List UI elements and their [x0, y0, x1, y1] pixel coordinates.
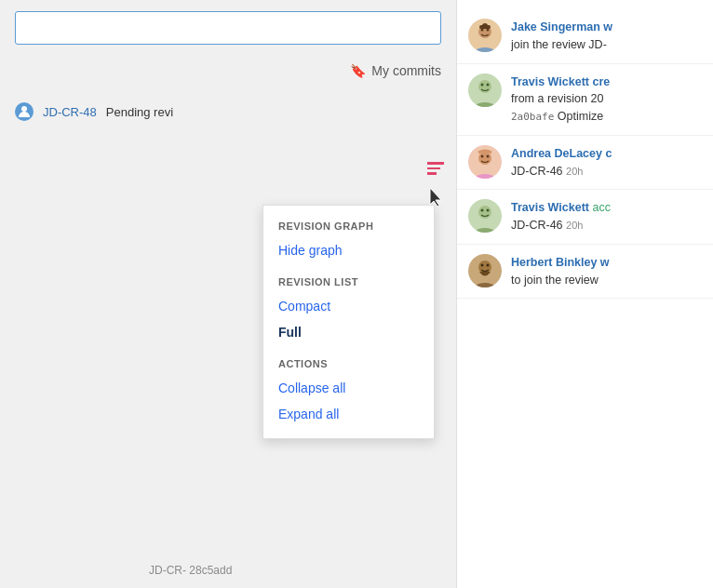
activity-item-3: Andrea DeLacey c JD-CR-46 20h [457, 136, 713, 191]
activity-action-4: JD-CR-46 20h [511, 219, 583, 232]
svg-point-18 [487, 209, 490, 212]
svg-point-21 [481, 263, 484, 266]
full-button[interactable]: Full [263, 319, 434, 345]
activity-name-2: Travis Wickett cre [511, 75, 610, 88]
activity-name-4: Travis Wickett [511, 201, 592, 214]
activity-text-3: Andrea DeLacey c JD-CR-46 20h [511, 145, 612, 180]
actions-section-label: ACTIONS [263, 354, 434, 375]
activity-action-2: from a revision 20 [511, 92, 603, 105]
activity-list: Jake Singerman w join the review JD- [457, 0, 713, 308]
activity-name-1: Jake Singerman w [511, 20, 612, 33]
revision-id-1[interactable]: JD-CR-48 [43, 105, 97, 119]
activity-item-5: Herbert Binkley w to join the review [457, 245, 713, 300]
left-panel: 🔖 My commits JD-CR-48 Pending revi [0, 0, 456, 588]
bookmark-icon: 🔖 [350, 63, 366, 78]
revision-dropdown-menu: REVISION GRAPH Hide graph REVISION LIST … [262, 205, 435, 439]
revision-graph-section-label: REVISION GRAPH [263, 217, 434, 237]
avatar-jake [468, 19, 502, 52]
svg-point-9 [481, 83, 484, 86]
graph-area: JD-CR-48 Pending revi [0, 86, 456, 138]
svg-point-22 [487, 263, 490, 266]
activity-name-3: Andrea DeLacey c [511, 147, 612, 160]
revision-status-1: Pending revi [106, 105, 173, 119]
avatar-herbert [468, 254, 502, 287]
hide-graph-button[interactable]: Hide graph [263, 237, 434, 263]
activity-action-5: to join the review [511, 274, 599, 287]
my-commits-area: 🔖 My commits [0, 56, 456, 86]
avatar-travis-1 [468, 74, 502, 107]
right-panel: Jake Singerman w join the review JD- [456, 0, 713, 588]
activity-green-4: acc [592, 201, 610, 214]
activity-revtext-2: Optimize [558, 110, 603, 123]
my-commits-label: My commits [371, 63, 441, 78]
activity-action-3: JD-CR-46 20h [511, 165, 583, 178]
menu-divider-2 [263, 345, 434, 354]
activity-text-5: Herbert Binkley w to join the review [511, 254, 610, 289]
activity-text-2: Travis Wickett cre from a revision 20 2a… [511, 74, 610, 126]
activity-action-1: join the review JD- [511, 38, 607, 51]
activity-item-2: Travis Wickett cre from a revision 20 2a… [457, 64, 713, 136]
avatar-andrea [468, 145, 502, 179]
my-commits-button[interactable]: 🔖 My commits [350, 63, 441, 78]
collapse-all-button[interactable]: Collapse all [263, 375, 434, 401]
expand-all-button[interactable]: Expand all [263, 401, 434, 427]
activity-text-4: Travis Wickett acc JD-CR-46 20h [511, 199, 611, 234]
svg-point-10 [487, 83, 490, 86]
menu-divider-1 [263, 263, 434, 273]
svg-point-13 [481, 154, 484, 157]
revision-id-2: JD-CR- [149, 564, 186, 577]
activity-revid-2: 2a0bafe [511, 111, 554, 123]
menu-line-3 [427, 172, 437, 175]
menu-line-2 [427, 167, 440, 170]
user-icon-1 [15, 102, 34, 121]
activity-item-1: Jake Singerman w join the review JD- [457, 9, 713, 64]
svg-point-14 [487, 154, 490, 157]
revision-menu-button[interactable] [424, 158, 448, 179]
svg-point-17 [481, 209, 484, 212]
revision-hash: 28c5add [189, 564, 232, 577]
revision-list-section-label: REVISION LIST [263, 273, 434, 293]
compact-button[interactable]: Compact [263, 293, 434, 319]
svg-point-0 [21, 106, 27, 112]
svg-point-6 [482, 23, 488, 29]
activity-text-1: Jake Singerman w join the review JD- [511, 19, 612, 54]
activity-name-5: Herbert Binkley w [511, 256, 610, 269]
avatar-travis-2 [468, 199, 502, 233]
revision-row-1: JD-CR-48 Pending revi [15, 95, 441, 128]
menu-line-1 [427, 162, 444, 165]
search-bar-area [0, 0, 456, 56]
search-input[interactable] [23, 21, 433, 35]
search-input-wrapper [15, 11, 441, 45]
bottom-revision: JD-CR- 28c5add [149, 564, 232, 577]
activity-item-4: Travis Wickett acc JD-CR-46 20h [457, 190, 713, 245]
